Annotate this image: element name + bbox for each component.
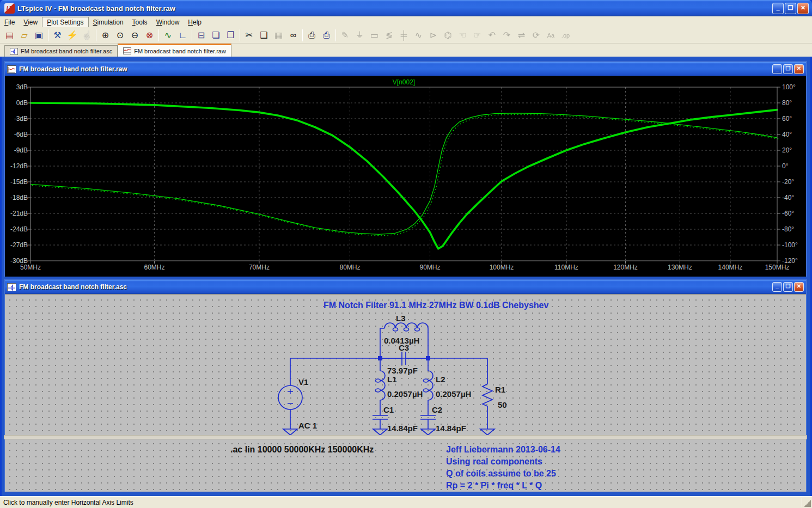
zoom-area-button[interactable]: ⊙: [113, 28, 127, 42]
l3-label[interactable]: L3: [396, 314, 406, 323]
ground-symbol[interactable]: [373, 429, 387, 435]
c3-label[interactable]: C3: [399, 343, 409, 352]
tile-vertically-button[interactable]: ❏: [209, 28, 223, 42]
ground-symbol[interactable]: [283, 429, 297, 435]
schematic-window-titlebar[interactable]: FM broadcast band notch filter.asc _ ❐ ✕: [5, 280, 806, 294]
plot-maximize-button[interactable]: ❐: [783, 64, 793, 74]
control-panel-hammer-button[interactable]: ⚒: [50, 28, 65, 42]
y-axis-left-label[interactable]: -24dB: [6, 225, 28, 233]
magnitude-trace[interactable]: [30, 103, 777, 249]
tile-horizontally-button[interactable]: ⊟: [194, 28, 209, 42]
manual-axis-limits-button[interactable]: ∟: [175, 28, 190, 42]
c2-value[interactable]: 14.84pF: [436, 424, 466, 433]
l2-label[interactable]: L2: [436, 375, 445, 384]
spice-directive-text[interactable]: .ac lin 10000 50000KHz 150000KHz: [230, 445, 374, 454]
x-axis-label[interactable]: 120MHz: [608, 264, 643, 271]
maximize-button[interactable]: ❐: [785, 3, 796, 14]
y-axis-right-label[interactable]: 100°: [782, 83, 804, 91]
new-schematic-button[interactable]: ▤: [2, 28, 17, 42]
autorange-y-axis-button[interactable]: ∿: [161, 28, 175, 42]
v1-value[interactable]: AC 1: [298, 421, 317, 430]
print-button[interactable]: ⎙: [319, 28, 334, 42]
zoom-out-button[interactable]: ⊖: [127, 28, 142, 42]
print-setup-button[interactable]: ⎙: [304, 28, 319, 42]
l1-label[interactable]: L1: [387, 375, 397, 384]
x-axis-label[interactable]: 100MHz: [484, 264, 519, 271]
y-axis-right-label[interactable]: -100°: [782, 241, 804, 249]
c3-value[interactable]: 73.97pF: [387, 366, 418, 375]
y-axis-left-label[interactable]: -27dB: [6, 241, 28, 249]
y-axis-right-label[interactable]: 40°: [782, 131, 804, 138]
tab-schematic-file[interactable]: FM broadcast band notch filter.asc: [4, 45, 118, 57]
y-axis-left-label[interactable]: -12dB: [6, 162, 28, 170]
c2-label[interactable]: C2: [432, 405, 442, 414]
y-axis-left-label[interactable]: 0dB: [6, 99, 28, 107]
schem-maximize-button[interactable]: ❐: [783, 282, 793, 292]
inductor-l1-symbol[interactable]: [380, 371, 385, 400]
copy-button[interactable]: ❑: [257, 28, 271, 42]
x-axis-label[interactable]: 70MHz: [242, 264, 277, 271]
waveform-window-titlebar[interactable]: FM broadcast band notch filter.raw _ ❐ ✕: [5, 62, 806, 76]
x-axis-label[interactable]: 60MHz: [137, 264, 172, 271]
menu-simulation[interactable]: Simulation: [89, 17, 128, 27]
horizontal-scrollbar[interactable]: [4, 435, 807, 439]
y-axis-left-label[interactable]: -21dB: [6, 210, 28, 217]
menu-file[interactable]: File: [0, 17, 19, 27]
x-axis-label[interactable]: 80MHz: [333, 264, 368, 271]
title-bar[interactable]: LT LTspice IV - FM broadcast band notch …: [0, 0, 812, 16]
y-axis-left-label[interactable]: -6dB: [6, 131, 28, 138]
y-axis-right-label[interactable]: 0°: [782, 162, 804, 170]
resize-grip[interactable]: [804, 500, 811, 507]
minimize-button[interactable]: _: [772, 3, 784, 14]
y-axis-right-label[interactable]: -40°: [782, 194, 804, 201]
c1-value[interactable]: 14.84pF: [387, 424, 418, 433]
menu-view[interactable]: View: [19, 17, 42, 27]
y-axis-right-label[interactable]: -80°: [782, 225, 804, 233]
menu-plot-settings[interactable]: Plot Settings: [42, 17, 88, 28]
schem-minimize-button[interactable]: _: [772, 282, 782, 292]
phase-trace[interactable]: [30, 113, 777, 235]
plot-frame[interactable]: [30, 87, 777, 261]
phase-trace-dotted[interactable]: [32, 114, 779, 236]
trace-legend[interactable]: V[n002]: [30, 78, 777, 86]
annotation-comment[interactable]: Jeff Liebermann 2013-06-14 Using real co…: [446, 445, 560, 490]
r1-label[interactable]: R1: [495, 385, 505, 394]
x-axis-label[interactable]: 110MHz: [549, 264, 584, 271]
y-axis-right-label[interactable]: 20°: [782, 146, 804, 154]
zoom-full-extents-button[interactable]: ⊗: [142, 28, 157, 42]
open-file-button[interactable]: ▱: [17, 28, 32, 42]
y-axis-left-label[interactable]: 3dB: [6, 83, 28, 91]
x-axis-label[interactable]: 150MHz: [760, 264, 795, 271]
resistor-r1-symbol[interactable]: [483, 382, 492, 408]
find-button[interactable]: ∞: [286, 28, 301, 42]
run-simulation-button[interactable]: ⚡: [65, 28, 80, 42]
menu-help[interactable]: Help: [184, 17, 206, 27]
menu-window[interactable]: Window: [152, 17, 184, 27]
c1-label[interactable]: C1: [383, 405, 394, 414]
plot-close-button[interactable]: ✕: [794, 64, 804, 74]
l2-value[interactable]: 0.2057µH: [436, 389, 471, 399]
x-axis-label[interactable]: 140MHz: [713, 264, 748, 271]
y-axis-left-label[interactable]: -15dB: [6, 178, 28, 186]
capacitor-c2-symbol[interactable]: [420, 415, 436, 419]
y-axis-right-label[interactable]: 60°: [782, 115, 804, 123]
y-axis-right-label[interactable]: -20°: [782, 178, 804, 186]
cut-button[interactable]: ✂: [242, 28, 257, 42]
y-axis-right-label[interactable]: 80°: [782, 99, 804, 107]
v1-label[interactable]: V1: [298, 377, 308, 387]
ground-symbol[interactable]: [480, 429, 494, 435]
close-button[interactable]: ✕: [797, 3, 809, 14]
x-axis-label[interactable]: 50MHz: [13, 264, 48, 271]
x-axis-label[interactable]: 90MHz: [413, 264, 448, 271]
l1-value[interactable]: 0.2057µH: [387, 389, 423, 399]
x-axis-label[interactable]: 130MHz: [662, 264, 697, 271]
tab-waveform-file[interactable]: FM broadcast band notch filter.raw: [118, 44, 231, 57]
y-axis-left-label[interactable]: -3dB: [6, 115, 28, 123]
menu-tools[interactable]: Tools: [128, 17, 152, 27]
zoom-in-button[interactable]: ⊕: [98, 28, 113, 42]
schematic-title-text[interactable]: FM Notch Filter 91.1 MHz 27MHz BW 0.1dB …: [323, 301, 549, 310]
capacitor-c1-symbol[interactable]: [373, 415, 388, 419]
inductor-l2-symbol[interactable]: [428, 371, 433, 400]
y-axis-right-label[interactable]: -60°: [782, 210, 804, 217]
ground-symbol[interactable]: [421, 429, 435, 435]
